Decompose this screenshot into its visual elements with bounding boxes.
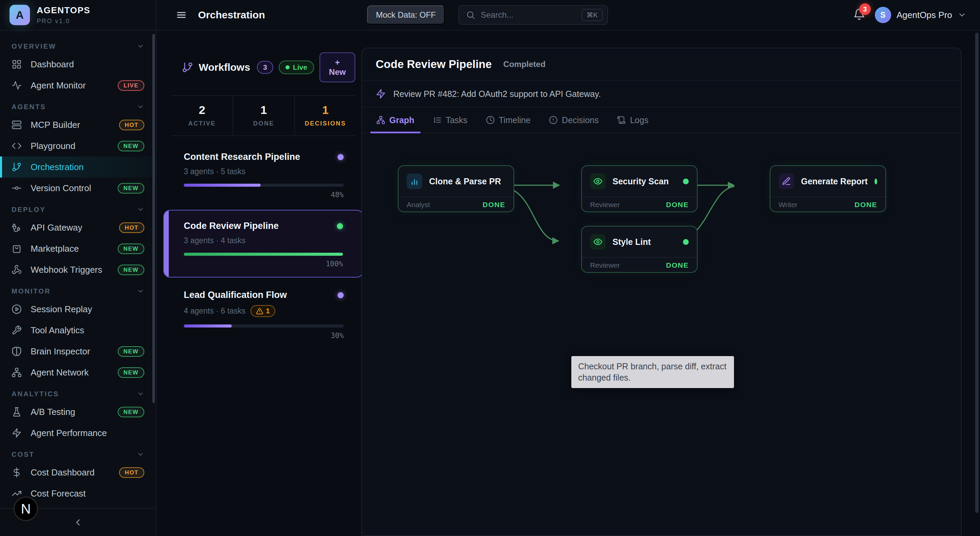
- network-icon: [11, 367, 22, 378]
- workflow-card-lead-qualification[interactable]: Lead Qualification Flow 4 agents · 6 tas…: [172, 282, 356, 347]
- mock-data-toggle[interactable]: Mock Data: OFF: [367, 5, 445, 24]
- tab-timeline[interactable]: Timeline: [480, 108, 537, 133]
- sidebar-item-agent-monitor[interactable]: Agent Monitor LIVE: [0, 75, 156, 96]
- graph-icon: [376, 116, 385, 124]
- section-agents[interactable]: AGENTS: [0, 99, 156, 114]
- workflow-name: Code Review Pipeline: [184, 221, 337, 231]
- stat-value: 2: [172, 103, 232, 117]
- stat-label: DONE: [233, 120, 294, 127]
- page-scrollbar[interactable]: [975, 33, 978, 513]
- sidebar-item-ab-testing[interactable]: A/B Testing NEW: [0, 401, 156, 422]
- nextjs-dev-badge[interactable]: N: [14, 496, 38, 521]
- account-name: AgentOps Pro: [897, 10, 952, 21]
- menu-button[interactable]: [176, 9, 187, 21]
- chevron-down-icon: [137, 390, 144, 398]
- detail-header: Code Review Pipeline Completed: [362, 48, 961, 81]
- sidebar-item-cost-dashboard[interactable]: Cost Dashboard HOT: [0, 462, 156, 483]
- hot-badge: HOT: [119, 120, 144, 130]
- sidebar-item-label: Agent Performance: [30, 428, 144, 438]
- sidebar-item-label: Agent Monitor: [30, 80, 110, 91]
- new-badge: NEW: [118, 346, 144, 357]
- section-overview[interactable]: OVERVIEW: [0, 39, 156, 54]
- section-label: ANALYTICS: [11, 390, 59, 398]
- workflow-card-content-research[interactable]: Content Research Pipeline 3 agents · 5 t…: [172, 144, 356, 206]
- sidebar-item-label: Marketplace: [30, 244, 110, 254]
- node-role: Reviewer: [590, 261, 620, 270]
- progress-fill: [184, 184, 261, 187]
- activity-icon: [11, 80, 22, 91]
- progress-percent: 30%: [184, 331, 344, 340]
- search-icon: [466, 10, 476, 20]
- node-status-dot: [875, 179, 877, 184]
- sidebar-item-brain-inspector[interactable]: Brain Inspector NEW: [0, 341, 156, 362]
- sidebar-collapse-button[interactable]: [73, 517, 83, 528]
- brand-logo: A: [10, 5, 30, 25]
- brand-version: PRO v1.0: [37, 18, 90, 25]
- bar-chart-icon: [407, 173, 422, 189]
- pen-icon: [778, 173, 794, 189]
- new-badge: NEW: [118, 407, 144, 417]
- node-title: Security Scan: [612, 176, 676, 186]
- workflows-panel: Workflows 3 Live + New 2 ACTIVE 1 DONE 1…: [156, 31, 361, 536]
- graph-node-security-scan[interactable]: Security Scan Reviewer DONE: [581, 165, 698, 212]
- hamburger-icon: [176, 9, 187, 21]
- sidebar-item-label: Agent Network: [30, 367, 110, 378]
- live-status-badge: Live: [279, 60, 314, 74]
- brand-name: AGENTOPS: [37, 5, 90, 16]
- node-status-dot: [683, 179, 689, 184]
- graph-node-clone-parse-pr[interactable]: Clone & Parse PR Analyst DONE: [398, 165, 514, 212]
- search-input[interactable]: [481, 10, 576, 20]
- stat-decisions: 1 DECISIONS: [294, 96, 356, 135]
- tab-graph[interactable]: Graph: [370, 108, 421, 133]
- tab-decisions[interactable]: Decisions: [543, 108, 605, 133]
- progress-percent: 100%: [184, 260, 343, 268]
- section-cost[interactable]: COST: [0, 447, 156, 462]
- play-circle-icon: [11, 304, 22, 315]
- avatar-initial: S: [880, 11, 885, 20]
- workflow-meta: 4 agents · 6 tasks: [184, 306, 246, 316]
- sidebar-item-api-gateway[interactable]: API Gateway HOT: [0, 217, 156, 238]
- sidebar-item-label: Version Control: [30, 183, 110, 193]
- sidebar-scrollbar[interactable]: [153, 34, 155, 403]
- tab-logs[interactable]: Logs: [611, 108, 654, 133]
- graph-node-style-lint[interactable]: Style Lint Reviewer DONE: [581, 226, 698, 273]
- workflow-meta: 3 agents · 5 tasks: [184, 167, 246, 176]
- sidebar-item-webhook-triggers[interactable]: Webhook Triggers NEW: [0, 259, 156, 280]
- sidebar-item-agent-network[interactable]: Agent Network NEW: [0, 362, 156, 383]
- account-menu[interactable]: S AgentOps Pro: [875, 7, 966, 23]
- workspace: Workflows 3 Live + New 2 ACTIVE 1 DONE 1…: [156, 31, 980, 536]
- workflow-graph[interactable]: Clone & Parse PR Analyst DONE Security S…: [362, 133, 961, 535]
- tab-label: Tasks: [446, 115, 468, 125]
- scroll-icon: [617, 116, 626, 124]
- tab-label: Logs: [630, 115, 648, 125]
- search-box[interactable]: ⌘K: [458, 5, 608, 25]
- stat-active: 2 ACTIVE: [172, 96, 232, 135]
- notifications-button[interactable]: 3: [853, 8, 865, 22]
- sidebar-item-marketplace[interactable]: Marketplace NEW: [0, 238, 156, 259]
- progress-fill: [184, 325, 232, 328]
- sidebar-item-orchestration[interactable]: Orchestration: [0, 157, 156, 178]
- sidebar-item-version-control[interactable]: Version Control NEW: [0, 178, 156, 198]
- sidebar-item-dashboard[interactable]: Dashboard: [0, 54, 156, 75]
- node-status: DONE: [854, 201, 877, 209]
- stat-value: 1: [295, 103, 356, 117]
- sidebar-item-mcp-builder[interactable]: MCP Builder HOT: [0, 114, 156, 135]
- section-analytics[interactable]: ANALYTICS: [0, 386, 156, 401]
- graph-node-generate-report[interactable]: Generate Report Writer DONE: [770, 165, 886, 212]
- tab-tasks[interactable]: Tasks: [427, 108, 474, 133]
- workflow-card-code-review[interactable]: Code Review Pipeline 3 agents · 4 tasks …: [163, 210, 363, 278]
- progress-fill: [184, 253, 343, 256]
- sidebar-item-playground[interactable]: Playground NEW: [0, 135, 156, 157]
- eye-icon: [590, 173, 606, 189]
- new-workflow-button[interactable]: + New: [320, 52, 355, 82]
- section-monitor[interactable]: MONITOR: [0, 284, 156, 299]
- eye-icon: [590, 234, 606, 250]
- section-deploy[interactable]: DEPLOY: [0, 202, 156, 217]
- sidebar-item-tool-analytics[interactable]: Tool Analytics: [0, 320, 156, 341]
- workflow-name: Content Research Pipeline: [184, 152, 337, 162]
- sidebar-item-agent-performance[interactable]: Agent Performance: [0, 422, 156, 444]
- sidebar-item-session-replay[interactable]: Session Replay: [0, 299, 156, 320]
- section-label: OVERVIEW: [11, 43, 56, 50]
- workflows-count-badge: 3: [257, 61, 273, 74]
- git-branch-icon: [11, 162, 22, 173]
